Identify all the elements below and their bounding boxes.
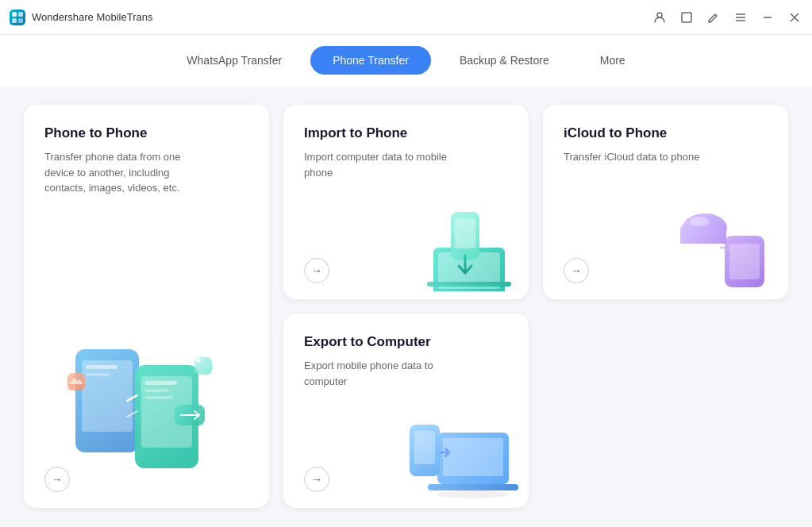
tab-more[interactable]: More (578, 46, 648, 75)
card-import-desc: Import computer data to mobile phone (304, 149, 463, 180)
svg-rect-18 (145, 381, 177, 385)
svg-rect-2 (12, 18, 17, 23)
title-bar-left: Wondershare MobileTrans (10, 10, 152, 25)
card-icloud-arrow[interactable]: → (564, 258, 589, 283)
card-icloud-desc: Transfer iCloud data to phone (564, 149, 722, 165)
app-icon (10, 10, 25, 25)
card-export-to-computer[interactable]: Export to Computer Export mobile phone d… (283, 314, 529, 508)
icloud-illustration (677, 204, 780, 291)
nav-bar: WhatsApp Transfer Phone Transfer Backup … (0, 35, 812, 86)
tab-backup-restore[interactable]: Backup & Restore (437, 46, 571, 75)
svg-rect-20 (145, 396, 173, 399)
import-illustration (410, 204, 521, 291)
svg-rect-13 (82, 360, 133, 432)
svg-rect-5 (682, 13, 691, 22)
svg-rect-28 (427, 282, 511, 287)
menu-icon[interactable] (733, 10, 749, 25)
svg-point-37 (690, 217, 709, 226)
app-title: Wondershare MobileTrans (32, 11, 152, 23)
svg-rect-43 (414, 431, 435, 464)
title-bar-controls (652, 10, 802, 25)
card-import-title: Import to Phone (304, 125, 508, 141)
svg-rect-15 (86, 373, 110, 376)
svg-point-38 (437, 490, 509, 498)
phone-to-phone-illustration (60, 325, 234, 468)
svg-point-23 (196, 358, 201, 363)
card-import-to-phone[interactable]: Import to Phone Import computer data to … (283, 105, 529, 299)
card-phone-to-phone-arrow[interactable]: → (44, 467, 70, 492)
card-phone-to-phone[interactable]: Phone to Phone Transfer phone data from … (24, 105, 269, 508)
svg-rect-30 (455, 218, 475, 248)
card-export-arrow[interactable]: → (304, 467, 329, 492)
card-icloud-title: iCloud to Phone (564, 125, 768, 141)
svg-point-4 (657, 13, 662, 17)
window-icon[interactable] (679, 10, 695, 25)
account-icon[interactable] (652, 10, 668, 25)
card-phone-to-phone-desc: Transfer phone data from one device to a… (44, 149, 203, 196)
tab-whatsapp-transfer[interactable]: WhatsApp Transfer (164, 46, 304, 75)
title-bar: Wondershare MobileTrans (0, 0, 812, 35)
svg-rect-3 (18, 18, 23, 23)
svg-rect-32 (729, 244, 760, 279)
tab-phone-transfer[interactable]: Phone Transfer (310, 46, 431, 75)
svg-rect-14 (86, 365, 117, 369)
svg-rect-19 (145, 389, 169, 392)
main-content: Phone to Phone Transfer phone data from … (0, 86, 812, 527)
svg-rect-41 (428, 484, 518, 490)
svg-rect-1 (18, 12, 23, 17)
edit-icon[interactable] (706, 10, 722, 25)
card-import-arrow[interactable]: → (304, 258, 329, 283)
card-phone-to-phone-title: Phone to Phone (44, 125, 248, 141)
card-export-desc: Export mobile phone data to computer (304, 358, 463, 389)
card-export-title: Export to Computer (304, 334, 508, 350)
close-button[interactable] (787, 10, 802, 25)
svg-rect-0 (12, 12, 17, 17)
minimize-button[interactable] (760, 10, 775, 25)
export-illustration (406, 409, 521, 500)
card-icloud-to-phone[interactable]: iCloud to Phone Transfer iCloud data to … (543, 105, 788, 299)
svg-rect-36 (680, 228, 726, 244)
svg-rect-40 (443, 438, 503, 476)
